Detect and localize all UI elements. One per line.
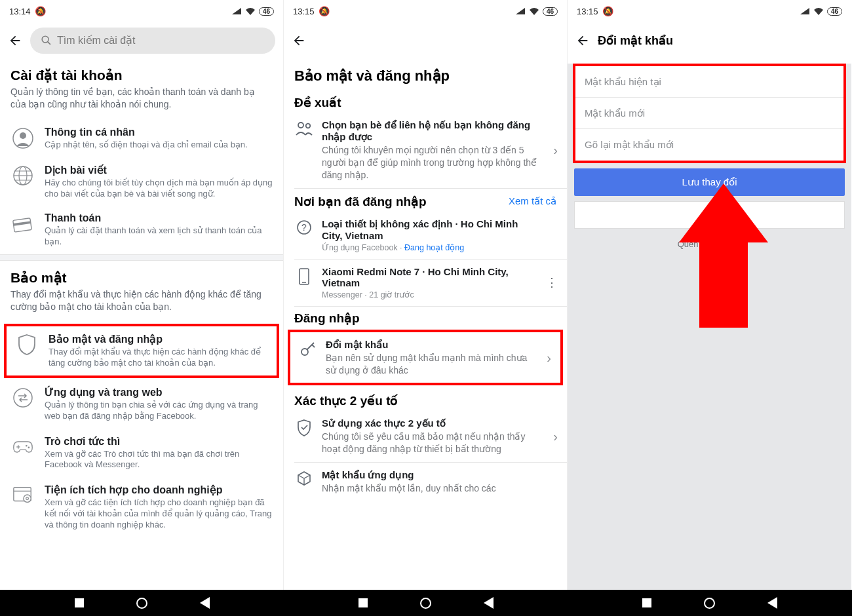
nav-back-icon[interactable] <box>767 597 777 609</box>
item-personal-info[interactable]: Thông tin cá nhân Cập nhật tên, số điện … <box>0 120 283 157</box>
wifi-icon <box>245 7 256 16</box>
header <box>284 22 567 58</box>
status-time: 13:15 <box>293 7 315 16</box>
section-subtitle: Thay đổi mật khẩu và thực hiện các hành … <box>10 288 273 313</box>
svg-rect-10 <box>13 221 31 226</box>
nav-recent-icon[interactable] <box>358 598 368 607</box>
device-unknown[interactable]: ? Loại thiết bị không xác định · Ho Chi … <box>284 212 567 259</box>
section-title: Bảo mật <box>10 270 273 286</box>
item-title: Chọn bạn bè để liên hệ nếu bạn không đăn… <box>322 119 541 143</box>
status-bar: 13:14 🔕 46 <box>0 0 283 22</box>
header: Đổi mật khẩu <box>568 22 851 58</box>
section-2fa-title: Xác thực 2 yếu tố <box>284 389 567 411</box>
section-subtitle: Quản lý thông tin về bạn, các khoản than… <box>10 86 273 111</box>
status-bar: 13:15 🔕 46 <box>284 0 567 22</box>
svg-point-20 <box>298 123 303 128</box>
battery-indicator: 46 <box>827 7 842 16</box>
see-all-link[interactable]: Xem tất cả <box>509 195 556 207</box>
wifi-icon <box>813 7 824 16</box>
svg-line-1 <box>48 42 50 45</box>
signal-icon <box>231 7 242 15</box>
globe-icon <box>12 165 33 186</box>
item-title: Dịch bài viết <box>45 164 273 176</box>
nav-home-icon[interactable] <box>704 598 715 609</box>
svg-line-28 <box>312 345 315 347</box>
svg-point-11 <box>14 389 32 407</box>
current-password-input[interactable]: Mật khẩu hiện tại <box>575 66 843 98</box>
item-title: Trò chơi tức thì <box>45 435 273 448</box>
item-desc: Nhận mật khẩu một lần, duy nhất cho các <box>322 482 541 495</box>
highlight-password-fields: Mật khẩu hiện tại Mật khẩu mới Gõ lại mậ… <box>573 64 846 163</box>
svg-point-0 <box>42 36 48 43</box>
status-time: 13:14 <box>9 7 31 16</box>
nav-recent-icon[interactable] <box>75 598 84 607</box>
unknown-device-icon: ? <box>294 218 314 235</box>
item-payment[interactable]: Thanh toán Quản lý cài đặt thanh toán và… <box>0 206 283 254</box>
item-desc: Quản lý cài đặt thanh toán và xem lịch s… <box>45 225 273 248</box>
section-suggestion-title: Đề xuất <box>284 91 567 113</box>
new-password-input[interactable]: Mật khẩu mới <box>575 98 843 129</box>
item-apps-websites[interactable]: Ứng dụng và trang web Quản lý thông tin … <box>0 379 283 429</box>
search-settings[interactable]: Tìm kiếm cài đặt <box>30 28 275 54</box>
item-instant-games[interactable]: Trò chơi tức thì Xem và gỡ các Trò chơi … <box>0 429 283 478</box>
signal-icon <box>800 7 810 15</box>
account-section-header: Cài đặt tài khoản Quản lý thông tin về b… <box>0 58 283 120</box>
status-bar: 13:15 🔕 46 <box>568 0 851 22</box>
wifi-icon <box>529 7 539 16</box>
item-desc: Cập nhật tên, số điện thoại và địa chỉ e… <box>45 140 273 151</box>
notification-off-icon: 🔕 <box>602 6 613 16</box>
friends-icon <box>294 119 314 136</box>
security-section-header: Bảo mật Thay đổi mật khẩu và thực hiện c… <box>0 261 283 322</box>
item-desc: Xem và gỡ các Trò chơi tức thì mà bạn đã… <box>45 449 273 471</box>
item-title: Thông tin cá nhân <box>45 126 273 138</box>
key-icon <box>298 339 318 357</box>
item-translate[interactable]: Dịch bài viết Hãy cho chúng tôi biết tùy… <box>0 157 283 206</box>
item-desc: Chúng tôi sẽ yêu cầu mã bảo mật nếu nhận… <box>322 431 541 455</box>
page-title: Bảo mật và đăng nhập <box>284 58 567 91</box>
item-title: Thanh toán <box>45 212 273 224</box>
item-app-password[interactable]: Mật khẩu ứng dụng Nhận mật khẩu một lần,… <box>284 463 567 501</box>
back-button[interactable] <box>8 33 22 48</box>
item-business-integrations[interactable]: Tiện ích tích hợp cho doanh nghiệp Xem v… <box>0 477 283 537</box>
svg-point-14 <box>26 444 28 446</box>
more-options-icon[interactable]: ⋮ <box>546 280 558 284</box>
back-button[interactable] <box>292 33 306 48</box>
section-login-title: Đăng nhập <box>284 307 567 328</box>
section-title: Cài đặt tài khoản <box>10 67 273 83</box>
nav-back-icon[interactable] <box>484 597 494 609</box>
svg-text:?: ? <box>301 222 307 233</box>
retype-password-input[interactable]: Gõ lại mật khẩu mới <box>575 129 843 161</box>
phone-icon <box>294 266 314 286</box>
header: Tìm kiếm cài đặt <box>0 22 283 58</box>
item-desc: Bạn nên sử dụng mật khẩu mạnh mà mình ch… <box>326 352 537 377</box>
item-desc: Xem và gỡ các tiện ích tích hợp cho doan… <box>45 497 273 531</box>
nav-home-icon[interactable] <box>136 598 147 609</box>
item-desc: Quản lý thông tin bạn chia sẻ với các ứn… <box>45 400 273 422</box>
device-xiaomi[interactable]: Xiaomi Redmi Note 7 · Ho Chi Minh City, … <box>284 260 567 306</box>
back-button[interactable] <box>575 33 590 48</box>
search-placeholder: Tìm kiếm cài đặt <box>57 34 136 47</box>
svg-point-3 <box>20 132 26 139</box>
nav-home-icon[interactable] <box>420 598 431 609</box>
item-use-2fa[interactable]: Sử dụng xác thực 2 yếu tố Chúng tôi sẽ y… <box>284 411 567 462</box>
shield-check-icon <box>294 417 314 437</box>
highlight-security-login: Bảo mật và đăng nhập Thay đổi mật khẩu v… <box>4 324 279 378</box>
nav-back-icon[interactable] <box>200 597 210 609</box>
game-controller-icon <box>12 436 33 457</box>
notification-off-icon: 🔕 <box>35 6 46 16</box>
credit-card-icon <box>12 214 33 235</box>
nav-recent-icon[interactable] <box>642 598 651 607</box>
svg-point-15 <box>28 446 30 448</box>
item-change-password[interactable]: Đổi mật khẩu Bạn nên sử dụng mật khẩu mạ… <box>290 332 560 383</box>
screen-security-login: 13:15 🔕 46 Bảo mật và đăng nhập Đề xuất … <box>284 0 568 590</box>
battery-indicator: 46 <box>259 7 274 16</box>
screen-change-password: 13:15 🔕 46 Đổi mật khẩu Mật khẩu hiện tạ… <box>568 0 851 590</box>
status-time: 13:15 <box>577 7 598 16</box>
search-icon <box>41 35 52 46</box>
chevron-right-icon: › <box>553 143 558 158</box>
item-choose-friends[interactable]: Chọn bạn bè để liên hệ nếu bạn không đăn… <box>284 113 567 188</box>
person-icon <box>12 128 33 149</box>
device-title: Xiaomi Redmi Note 7 · Ho Chi Minh City, … <box>322 266 541 288</box>
item-security-login[interactable]: Bảo mật và đăng nhập Thay đổi mật khẩu v… <box>7 326 277 375</box>
item-desc: Chúng tôi khuyên mọi người nên chọn từ 3… <box>322 144 541 182</box>
